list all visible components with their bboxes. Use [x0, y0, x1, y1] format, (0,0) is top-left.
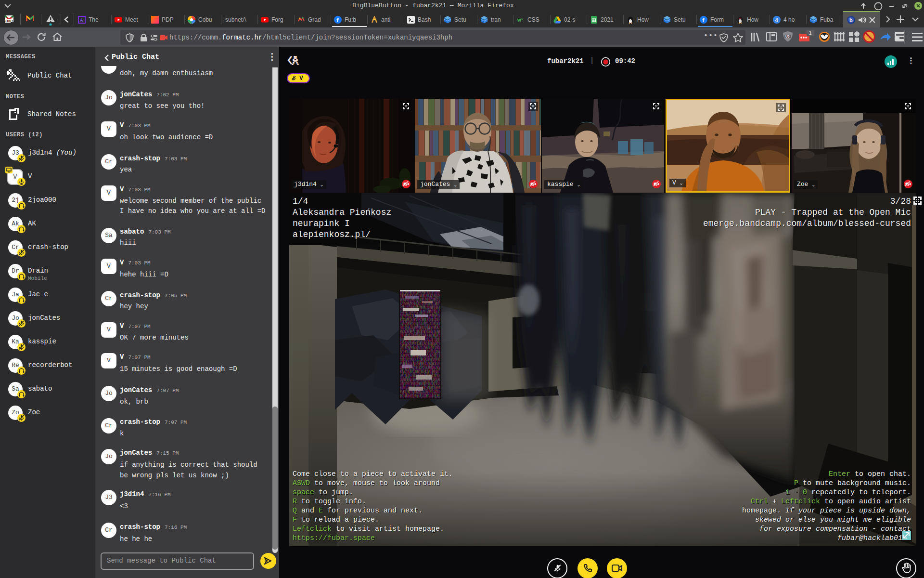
- svg-text:w³: w³: [517, 17, 523, 23]
- svg-text:1: 1: [809, 30, 812, 36]
- svg-text:100+: 100+: [5, 19, 13, 23]
- svg-text:A: A: [80, 18, 83, 23]
- svg-text:f: f: [337, 17, 339, 23]
- svg-text:b: b: [849, 17, 853, 23]
- svg-text:f: f: [703, 17, 705, 23]
- svg-text:4: 4: [775, 17, 779, 23]
- svg-text:U0: U0: [785, 35, 790, 38]
